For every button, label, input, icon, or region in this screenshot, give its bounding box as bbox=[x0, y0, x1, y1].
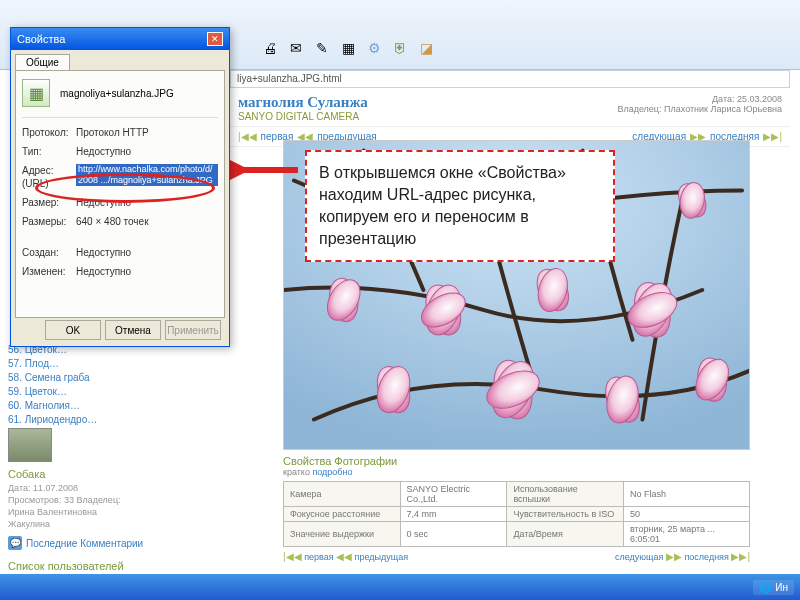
photo-props-sub: кратко подробно bbox=[283, 467, 750, 477]
protocol-value: Протокол HTTP bbox=[76, 126, 218, 139]
url-highlight[interactable]: http://www.nachalka.com/photo/d/2008 ...… bbox=[76, 164, 218, 186]
browser-toolbar: 🖨 ✉ ✎ ▦ ⚙ ⛨ ◪ bbox=[260, 38, 436, 58]
page-subtitle: SANYO DIGITAL CAMERA bbox=[238, 111, 368, 122]
block-icon[interactable]: ◪ bbox=[416, 38, 436, 58]
thumb-list: 56. Цветок… 57. Плод… 58. Семена граба 5… bbox=[8, 344, 222, 425]
users-list-title[interactable]: Список пользователей bbox=[8, 560, 222, 572]
recent-comments-label: Последние Комментарии bbox=[26, 538, 143, 549]
write-icon[interactable]: ✎ bbox=[312, 38, 332, 58]
filename-text: magnoliya+sulanzha.JPG bbox=[60, 88, 174, 99]
list-item[interactable]: 59. Цветок… bbox=[8, 386, 222, 397]
ok-button[interactable]: OK bbox=[45, 320, 101, 340]
type-value: Недоступно bbox=[76, 145, 218, 158]
page-date: Дата: 25.03.2008 bbox=[617, 94, 782, 104]
photo-props-title: Свойства Фотографии bbox=[283, 455, 750, 467]
close-icon[interactable]: ✕ bbox=[207, 32, 223, 46]
created-label: Создан: bbox=[22, 246, 76, 259]
properties-dialog: Свойства ✕ Общие ▦ magnoliya+sulanzha.JP… bbox=[10, 27, 230, 347]
last-icon[interactable]: ▶▶| bbox=[763, 131, 782, 142]
stop-icon[interactable]: ▦ bbox=[338, 38, 358, 58]
comments-icon: 💬 bbox=[8, 536, 22, 550]
file-type-icon: ▦ bbox=[22, 79, 50, 107]
first-icon[interactable]: |◀◀ bbox=[238, 131, 257, 142]
tab-row: Общие bbox=[11, 50, 229, 70]
taskbar: 🌐Ин bbox=[0, 574, 800, 600]
tab-general[interactable]: Общие bbox=[15, 54, 70, 70]
recent-comments-link[interactable]: 💬Последние Комментарии bbox=[8, 536, 222, 550]
exif-table: КамераSANYO Electric Co.,Ltd.Использован… bbox=[283, 481, 750, 547]
print-icon[interactable]: 🖨 bbox=[260, 38, 280, 58]
details-link[interactable]: подробно bbox=[312, 467, 352, 477]
table-row: Значение выдержки0 secДата/Времявторник,… bbox=[284, 522, 750, 547]
page-title: магнолия Суланжа bbox=[238, 94, 368, 111]
address-bar[interactable]: liya+sulanzha.JPG.html bbox=[230, 70, 790, 88]
url-value: http://www.nachalka.com/photo/d/2008 ...… bbox=[76, 164, 218, 190]
tool-icon[interactable]: ⚙ bbox=[364, 38, 384, 58]
taskbar-item[interactable]: 🌐Ин bbox=[753, 580, 794, 595]
album-title[interactable]: Собака bbox=[8, 468, 222, 480]
created-value: Недоступно bbox=[76, 246, 218, 259]
photo-properties: Свойства Фотографии кратко подробно Каме… bbox=[283, 455, 750, 562]
album-meta: Дата: 11.07.2008 Просмотров: 33 Владелец… bbox=[8, 482, 222, 530]
page-meta: Дата: 25.03.2008 Владелец: Плахотник Лар… bbox=[617, 94, 782, 122]
table-row: КамераSANYO Electric Co.,Ltd.Использован… bbox=[284, 482, 750, 507]
apply-button: Применить bbox=[165, 320, 221, 340]
instruction-callout: В открывшемся окне «Свойства» находим UR… bbox=[305, 150, 615, 262]
list-item[interactable]: 60. Магнолия… bbox=[8, 400, 222, 411]
list-item[interactable]: 58. Семена граба bbox=[8, 372, 222, 383]
bottom-nav: |◀◀ первая ◀◀ предыдущая следующая ▶▶ по… bbox=[283, 551, 750, 562]
modified-value: Недоступно bbox=[76, 265, 218, 278]
dim-label: Размеры: bbox=[22, 215, 76, 228]
type-label: Тип: bbox=[22, 145, 76, 158]
bottom-nav-prev[interactable]: предыдущая bbox=[355, 552, 408, 562]
dialog-titlebar: Свойства ✕ bbox=[11, 28, 229, 50]
bottom-nav-first[interactable]: первая bbox=[304, 552, 333, 562]
list-item[interactable]: 57. Плод… bbox=[8, 358, 222, 369]
shield-icon[interactable]: ⛨ bbox=[390, 38, 410, 58]
album-thumb[interactable] bbox=[8, 428, 52, 462]
url-label: Адрес: (URL) bbox=[22, 164, 76, 190]
taskbar-item-label: Ин bbox=[775, 582, 788, 593]
size-value: Недоступно bbox=[76, 196, 218, 209]
page-owner: Владелец: Плахотник Лариса Юрьевна bbox=[617, 104, 782, 114]
mail-icon[interactable]: ✉ bbox=[286, 38, 306, 58]
ie-icon: 🌐 bbox=[759, 582, 771, 593]
cancel-button[interactable]: Отмена bbox=[105, 320, 161, 340]
bottom-nav-next[interactable]: следующая bbox=[615, 552, 663, 562]
dim-value: 640 × 480 точек bbox=[76, 215, 218, 228]
list-item[interactable]: 61. Лириодендро… bbox=[8, 414, 222, 425]
arrow-icon bbox=[230, 158, 300, 182]
size-label: Размер: bbox=[22, 196, 76, 209]
bottom-nav-last[interactable]: последняя bbox=[684, 552, 728, 562]
dialog-title-text: Свойства bbox=[17, 28, 65, 50]
protocol-label: Протокол: bbox=[22, 126, 76, 139]
dialog-body: ▦ magnoliya+sulanzha.JPG Протокол:Проток… bbox=[15, 70, 225, 318]
modified-label: Изменен: bbox=[22, 265, 76, 278]
table-row: Фокусное расстояние7,4 mmЧувствительност… bbox=[284, 507, 750, 522]
